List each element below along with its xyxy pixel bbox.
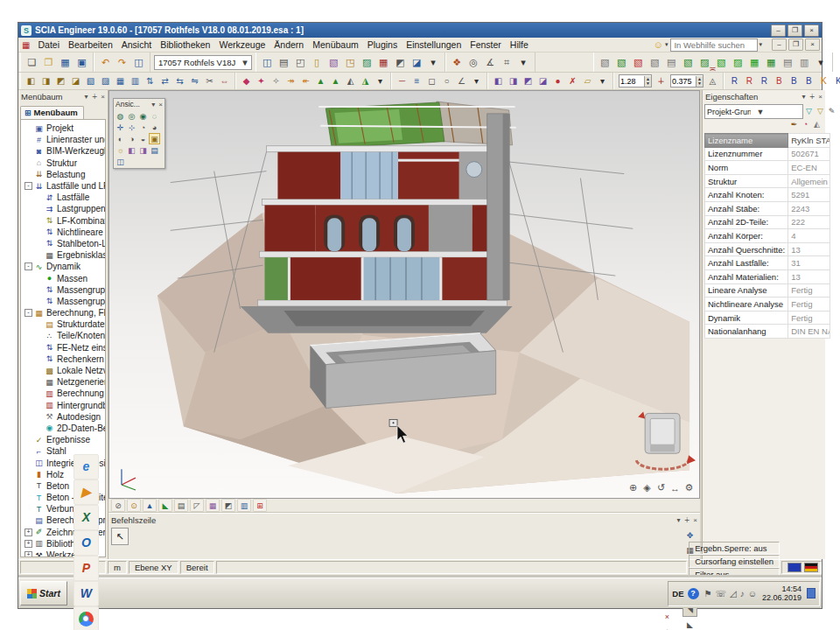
chrome-icon[interactable] [74,606,99,630]
zoom-icon[interactable]: ⊕ [626,481,640,494]
selection-cursor-button[interactable]: ↖ [111,528,129,545]
zoom-window-icon[interactable]: ◐ [115,133,126,144]
save-as-icon[interactable]: ▣ [74,55,89,69]
menu-item[interactable]: Bibliotheken [156,39,214,50]
refine-icon[interactable]: ◮ [359,75,372,88]
tree-item[interactable]: ▣ Projekt [21,122,105,134]
result-icon[interactable]: B [788,75,801,88]
teamwork-icon[interactable]: ◫ [260,55,275,69]
tree-item[interactable]: ▦ Ergebnisklassen [21,249,105,261]
image-icon[interactable]: ▨ [360,55,374,69]
tree-item[interactable]: ⇅ FE-Netz einstellen [21,342,105,354]
stretch-icon[interactable]: ⇔ [218,75,231,88]
scale-apply-icon[interactable]: ◬ [706,75,719,88]
close-icon[interactable]: × [101,93,105,101]
render-mode-icon[interactable]: ▣ [149,133,160,144]
snap-delete-icon[interactable]: × [660,610,675,625]
brush-icon[interactable]: ✒ [788,119,800,130]
coordinates-icon[interactable]: ⌗ [500,55,514,69]
filter-edit-icon[interactable]: ▽ [815,106,826,116]
zoom-prev-icon[interactable]: ◒ [137,133,149,144]
view-rotate-icon[interactable]: ◌ [149,110,160,122]
tree-item[interactable]: ⇉ Lastgruppen [21,203,105,214]
open-project-icon[interactable]: ❐ [41,55,56,69]
dropdown-caret-icon[interactable]: ▾ [374,75,387,88]
pin-icon[interactable]: ∔ [92,93,98,101]
property-row[interactable]: Struktur Allgemein XYZ [705,174,830,188]
property-row[interactable]: Anzahl Stäbe: 2243 [705,201,830,215]
snap-peak-icon[interactable]: ∧ [660,625,675,630]
scissors-icon[interactable]: ✂ [203,75,216,88]
tree-item[interactable]: ✓ Ergebnisse [21,434,105,445]
scale-input-2[interactable] [671,77,696,86]
tray-graphics-icon[interactable]: ◿ [730,589,737,598]
view-rotate-icon[interactable]: ◎ [126,110,137,122]
result-icon[interactable]: B [773,75,786,88]
property-row[interactable]: Nationalanhang DIN EN NA (D... [705,325,830,339]
panel-menu-icon[interactable]: ▾ [802,93,806,101]
tree-item[interactable]: # Linienraster und Gescho [21,134,105,145]
dropdown-caret-icon[interactable]: ▾ [426,55,441,69]
3d-scene[interactable] [109,91,699,498]
menubaum-toggle-icon[interactable]: ▦ [22,40,30,50]
tree-item[interactable]: - ▦ Berechnung, FE-Netz [21,307,105,318]
viewport-tool-icon[interactable]: ⊞ [253,499,267,512]
tree-item[interactable]: ● Massen [21,272,105,284]
view-preset-icon[interactable]: ▦ [764,55,779,69]
window-icon[interactable]: ◨ [507,75,520,88]
word-icon[interactable]: W [74,581,99,606]
window-icon[interactable]: ◪ [536,75,550,88]
project-combobox[interactable]: 17057 Rothfels V18J ▼ [154,55,252,70]
snap-corner-icon[interactable]: ◣ [682,617,697,630]
palette-icon[interactable]: ◔ [800,119,811,130]
zoom-out-icon[interactable]: ◕ [149,122,160,133]
viewport-tool-icon[interactable]: ⊙ [127,499,141,512]
view-rotate-icon[interactable]: ◍ [115,110,126,122]
property-row[interactable]: Lizenzname RyKln STATIK [705,134,830,148]
mesh-icon[interactable]: ◭ [344,75,357,88]
dropdown-caret-icon[interactable]: ▾ [596,75,609,88]
tray-app-icon[interactable]: ☺ [748,589,757,598]
tree-item[interactable]: ◉ 2D-Daten-Betrachte [21,423,105,434]
window-icon[interactable]: ◧ [492,75,505,88]
view-preset-icon[interactable]: ▤ [664,55,679,69]
result-icon[interactable]: K [832,75,840,88]
unit-indicator[interactable]: m [108,561,127,574]
modeling-icon[interactable]: ▧ [84,75,97,88]
layer-icon[interactable]: ▱ [581,75,594,88]
webhelp-search-input[interactable] [670,38,758,52]
angle-icon[interactable]: ∠ [455,75,468,88]
menu-item[interactable]: Fenster [466,39,506,50]
result-icon[interactable]: R [743,75,756,88]
property-type-combobox[interactable]: Projekt-Grunddaten (1) ▼ [704,104,803,119]
help-icon[interactable]: ? [688,588,699,599]
zoom-in-icon[interactable]: ◔ [137,122,149,133]
calculator-icon[interactable]: ◫ [131,55,146,69]
view-preset-icon[interactable]: ▧ [598,55,612,69]
tree-item[interactable]: ▥ Hintergrundberechn [21,400,105,411]
show-desktop-button[interactable] [807,588,816,598]
line-icon[interactable]: ─ [396,75,409,88]
dropdown-caret-icon[interactable]: ▾ [814,55,829,69]
tree-expander[interactable]: + [24,551,32,557]
select-by-cursor-icon[interactable]: ❖ [450,55,465,69]
mdi-restore-button[interactable]: ❐ [788,38,803,51]
menu-item[interactable]: Werkzeuge [214,39,270,50]
tree-expander[interactable]: + [24,528,32,536]
menu-item[interactable]: Bearbeiten [64,39,117,50]
viewport-tool-icon[interactable]: ▤ [174,499,188,512]
plane-indicator[interactable]: Ebene XY [129,561,178,574]
menu-item[interactable]: Plugins [363,39,402,50]
report-icon[interactable]: ◩ [393,55,408,69]
tree-item[interactable]: ∴ Teile/Knoten koppeln [21,330,105,341]
scale-spinner-2[interactable]: ▲▼ [670,74,704,88]
view-preset-icon[interactable]: ▥ [797,55,812,69]
member-icon[interactable]: ✦ [255,75,268,88]
tree-item[interactable]: ⇅ LF-Kombinationen [21,215,105,227]
tree-item[interactable]: ◙ BIM-Werkzeugkasten [21,145,105,157]
panel-menu-icon[interactable]: ▾ [151,101,155,108]
tree-item[interactable]: ⇅ Stahlbeton-LFK [21,238,105,249]
clip-box-icon[interactable]: ▤ [149,144,160,156]
modeling-icon[interactable]: ▥ [129,75,142,88]
property-row[interactable]: Anzahl Materialien: 13 [705,270,830,284]
